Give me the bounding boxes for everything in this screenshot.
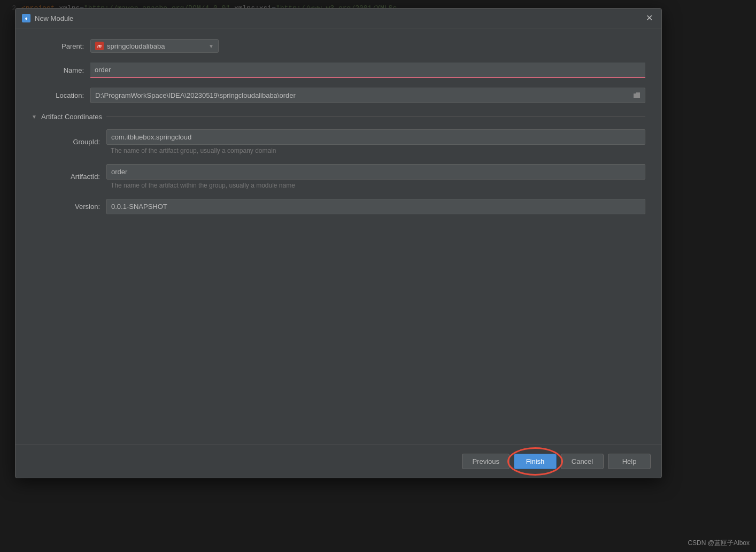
section-divider bbox=[106, 116, 645, 117]
modal-overlay: ♦ New Module ✕ Parent: m springcloudalib… bbox=[0, 0, 756, 552]
watermark: CSDN @蓝匣子Albox bbox=[688, 539, 750, 548]
artifact-form: GroupId: The name of the artifact group,… bbox=[32, 129, 645, 214]
artifact-section-label: Artifact Coordinates bbox=[41, 113, 102, 121]
parent-control: m springcloudalibaba ▼ bbox=[90, 39, 645, 53]
finish-button[interactable]: Finish bbox=[514, 454, 557, 469]
artifactid-label: ArtifactId: bbox=[48, 173, 106, 181]
artifactid-hint: The name of the artifact within the grou… bbox=[106, 182, 645, 189]
browse-folder-button[interactable] bbox=[629, 90, 645, 101]
dialog-footer: Previous Finish Cancel Help bbox=[16, 445, 661, 478]
cancel-button[interactable]: Cancel bbox=[561, 454, 604, 469]
artifactid-control: The name of the artifact within the grou… bbox=[106, 164, 645, 189]
parent-row: Parent: m springcloudalibaba ▼ bbox=[32, 39, 645, 53]
new-module-dialog: ♦ New Module ✕ Parent: m springcloudalib… bbox=[15, 8, 662, 478]
maven-icon: m bbox=[95, 42, 104, 50]
groupid-input-wrapper bbox=[106, 129, 645, 145]
location-row: Location: bbox=[32, 88, 645, 103]
help-button[interactable]: Help bbox=[608, 454, 651, 469]
version-label: Version: bbox=[48, 203, 106, 211]
dialog-title-area: ♦ New Module bbox=[22, 14, 73, 22]
finish-button-wrapper: Finish bbox=[514, 454, 557, 469]
parent-value: springcloudalibaba bbox=[107, 42, 205, 50]
name-control bbox=[90, 63, 645, 78]
location-input[interactable] bbox=[91, 88, 629, 103]
location-input-wrapper bbox=[90, 88, 645, 103]
parent-label: Parent: bbox=[32, 42, 90, 50]
collapse-triangle-icon[interactable]: ▼ bbox=[32, 114, 37, 120]
version-input-wrapper bbox=[106, 199, 645, 214]
groupid-input[interactable] bbox=[107, 130, 645, 144]
version-control bbox=[106, 199, 645, 214]
name-row: Name: bbox=[32, 63, 645, 78]
location-label: Location: bbox=[32, 91, 90, 99]
groupid-label: GroupId: bbox=[48, 138, 106, 146]
previous-button[interactable]: Previous bbox=[462, 454, 510, 469]
close-button[interactable]: ✕ bbox=[644, 13, 655, 24]
artifactid-input-wrapper bbox=[106, 164, 645, 180]
name-label: Name: bbox=[32, 66, 90, 74]
artifact-section-header: ▼ Artifact Coordinates bbox=[32, 113, 645, 121]
dialog-icon: ♦ bbox=[22, 14, 30, 22]
folder-icon bbox=[633, 92, 641, 99]
groupid-control: The name of the artifact group, usually … bbox=[106, 129, 645, 154]
name-input[interactable] bbox=[90, 63, 645, 78]
groupid-row: GroupId: The name of the artifact group,… bbox=[48, 129, 645, 154]
version-row: Version: bbox=[48, 199, 645, 214]
chevron-down-icon: ▼ bbox=[209, 43, 214, 49]
artifactid-row: ArtifactId: The name of the artifact wit… bbox=[48, 164, 645, 189]
dialog-header: ♦ New Module ✕ bbox=[16, 9, 661, 28]
parent-dropdown[interactable]: m springcloudalibaba ▼ bbox=[90, 39, 219, 53]
dialog-title: New Module bbox=[35, 14, 73, 22]
location-control bbox=[90, 88, 645, 103]
dialog-body: Parent: m springcloudalibaba ▼ Name: bbox=[16, 28, 661, 445]
artifactid-input[interactable] bbox=[107, 165, 645, 179]
groupid-hint: The name of the artifact group, usually … bbox=[106, 147, 645, 154]
version-input[interactable] bbox=[107, 199, 645, 214]
